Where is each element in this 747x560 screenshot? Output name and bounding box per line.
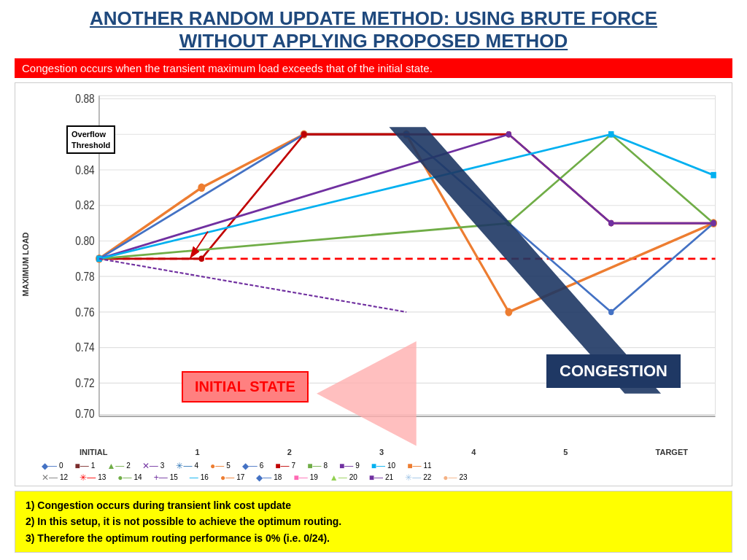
overflow-threshold-label: OverflowThreshold	[66, 125, 115, 154]
legend-area: ◆— 0 ■— 1 ▲— 2 ✕— 3 ✳— 4	[15, 458, 732, 486]
bottom-note-2: 2) In this setup, it is not possible to …	[26, 513, 721, 529]
legend-item-18: ◆— 18	[256, 472, 282, 483]
legend-item-14: ●— 14	[117, 472, 142, 483]
bottom-note-3: 3) Therefore the optimum routing perform…	[26, 530, 721, 546]
svg-point-25	[198, 184, 205, 192]
svg-text:0.70: 0.70	[75, 408, 95, 420]
svg-rect-50	[608, 131, 614, 138]
svg-text:0.84: 0.84	[75, 164, 95, 176]
svg-point-33	[608, 309, 614, 316]
svg-point-36	[199, 256, 204, 262]
legend-item-11: ■— 11	[407, 461, 431, 471]
x-axis-labels: INITIAL 1 2 3 4 5 TARGET	[15, 446, 732, 458]
svg-text:0.72: 0.72	[75, 378, 95, 390]
legend-item-21: ■— 21	[369, 472, 393, 483]
legend-row-2: ✕— 12 ✳— 13 ●— 14 +— 15 — 16	[42, 472, 724, 483]
legend-item-22: ✳— 22	[405, 472, 431, 483]
legend-item-7: ■— 7	[275, 461, 295, 471]
y-axis-label: MAXIMUM LOAD	[15, 83, 36, 446]
svg-text:0.78: 0.78	[75, 271, 95, 283]
chart-svg: 0.88 0.86 0.84 0.82 0.80 0.78	[36, 90, 724, 446]
chart-container: MAXIMUM LOAD OverflowThreshold INITIAL S…	[15, 82, 732, 486]
bottom-note-1: 1) Congestion occurs during transient li…	[26, 497, 721, 513]
congestion-label: CONGESTION	[546, 354, 681, 388]
svg-point-46	[506, 131, 511, 138]
legend-item-19: ■— 19	[293, 472, 317, 483]
legend-item-2: ▲— 2	[107, 461, 130, 471]
legend-item-13: ✳— 13	[80, 472, 106, 483]
legend-item-8: ■— 8	[307, 461, 328, 471]
svg-text:0.80: 0.80	[75, 236, 95, 248]
legend-item-3: ✕— 3	[142, 461, 165, 471]
svg-point-28	[505, 308, 512, 316]
svg-text:0.88: 0.88	[75, 93, 95, 106]
legend-item-23: ●— 23	[443, 472, 467, 483]
svg-rect-51	[711, 172, 716, 179]
svg-point-47	[608, 220, 614, 227]
legend-row-1: ◆— 0 ■— 1 ▲— 2 ✕— 3 ✳— 4	[42, 461, 724, 471]
slide: ANOTHER RANDOM UPDATE METHOD: USING BRUT…	[0, 0, 747, 560]
legend-item-15: +— 15	[154, 472, 178, 483]
legend-item-6: ◆— 6	[242, 461, 264, 471]
svg-text:0.76: 0.76	[75, 306, 95, 319]
legend-item-0: ◆— 0	[42, 461, 63, 471]
legend-item-9: ■— 9	[339, 461, 360, 471]
initial-state-label: INITIAL STATE	[182, 371, 309, 402]
svg-text:0.74: 0.74	[75, 342, 95, 354]
legend-item-16: — 16	[190, 472, 209, 483]
legend-item-1: ■— 1	[75, 461, 96, 471]
bottom-notes-box: 1) Congestion occurs during transient li…	[15, 491, 732, 553]
legend-item-17: ●— 17	[220, 472, 244, 483]
svg-point-37	[301, 131, 306, 138]
legend-item-20: ▲— 20	[330, 472, 357, 483]
svg-text:0.82: 0.82	[75, 200, 95, 212]
chart-area: MAXIMUM LOAD OverflowThreshold INITIAL S…	[15, 83, 732, 446]
legend-item-5: ●— 5	[210, 461, 231, 471]
legend-item-10: ■— 10	[371, 461, 395, 471]
slide-title: ANOTHER RANDOM UPDATE METHOD: USING BRUT…	[15, 7, 732, 52]
svg-point-48	[711, 220, 716, 227]
legend-item-12: ✕— 12	[42, 472, 68, 483]
legend-item-4: ✳— 4	[176, 461, 198, 471]
subtitle-bar: Congestion occurs when the transient max…	[15, 58, 732, 78]
chart-inner: OverflowThreshold INITIAL STATE CONGESTI…	[36, 90, 724, 446]
